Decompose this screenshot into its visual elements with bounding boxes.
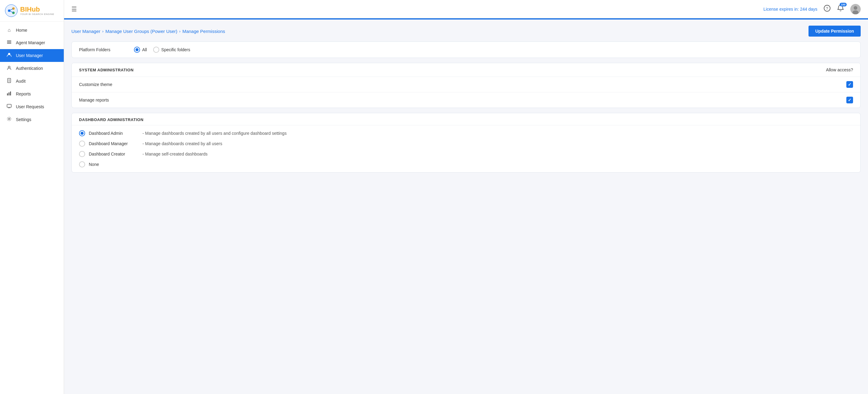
- update-permission-button[interactable]: Update Permission: [808, 26, 861, 37]
- dashboard-options: Dashboard Admin - Manage dashboards crea…: [72, 125, 860, 172]
- svg-rect-8: [7, 43, 11, 43]
- radio-specific-label: Specific folders: [161, 47, 190, 52]
- system-admin-allow: Allow access?: [826, 67, 853, 72]
- dash-option-none-label: None: [89, 162, 137, 167]
- dash-option-none[interactable]: None: [79, 161, 853, 167]
- breadcrumb-sep-1: ›: [102, 29, 103, 34]
- svg-point-19: [8, 118, 10, 120]
- system-admin-row-1: Manage reports ✓: [72, 92, 860, 108]
- logo: BIHub YOUR BI SEARCH ENGINE: [0, 0, 64, 22]
- checkbox-customize-theme[interactable]: ✓: [846, 81, 853, 88]
- system-admin-title: SYSTEM ADMINISTRATION: [79, 68, 134, 72]
- system-admin-row-label-0: Customize theme: [79, 82, 846, 87]
- system-admin-row-0: Customize theme ✓: [72, 77, 860, 92]
- breadcrumb-manage-user-groups[interactable]: Manage User Groups (Power User): [105, 29, 177, 34]
- svg-rect-18: [7, 104, 11, 107]
- check-icon: ✓: [848, 82, 851, 87]
- sidebar-item-settings[interactable]: Settings: [0, 113, 64, 126]
- svg-point-23: [854, 6, 857, 10]
- notifications-button[interactable]: 100: [837, 5, 844, 13]
- sidebar-item-label: User Requests: [16, 104, 44, 109]
- dash-option-admin-desc: - Manage dashboards created by all users…: [143, 131, 286, 136]
- radio-all-circle: [134, 47, 140, 53]
- system-admin-checkbox-1[interactable]: ✓: [846, 97, 853, 103]
- license-text: License expires in: 244 days: [763, 7, 817, 11]
- user-requests-icon: [6, 104, 12, 110]
- dashboard-administration-card: DASHBOARD ADMINISTRATION Dashboard Admin…: [71, 113, 861, 173]
- svg-rect-16: [8, 92, 9, 95]
- checkbox-manage-reports[interactable]: ✓: [846, 97, 853, 103]
- svg-rect-15: [7, 93, 8, 95]
- sidebar-item-home[interactable]: ⌂ Home: [0, 24, 64, 36]
- user-manager-icon: [6, 53, 12, 59]
- system-administration-card: SYSTEM ADMINISTRATION Allow access? Cust…: [71, 63, 861, 108]
- radio-all[interactable]: All: [134, 47, 147, 53]
- dash-radio-creator: [79, 151, 85, 157]
- sidebar-item-user-requests[interactable]: User Requests: [0, 100, 64, 113]
- sidebar-item-label: Agent Manager: [16, 40, 45, 45]
- logo-tagline: YOUR BI SEARCH ENGINE: [20, 13, 54, 16]
- platform-folders-row: Platform Folders All Specific folders: [72, 42, 860, 58]
- svg-point-0: [5, 5, 18, 17]
- dash-option-admin[interactable]: Dashboard Admin - Manage dashboards crea…: [79, 130, 853, 136]
- dash-option-manager-label: Dashboard Manager: [89, 141, 137, 146]
- sidebar-item-label: User Manager: [16, 53, 43, 58]
- platform-folders-label: Platform Folders: [79, 47, 128, 52]
- logo-icon: [5, 4, 18, 17]
- dash-option-creator-desc: - Manage self-created dashboards: [143, 152, 208, 157]
- svg-rect-7: [7, 42, 11, 42]
- main-content: ☰ License expires in: 244 days ? 100 Use…: [64, 0, 868, 394]
- platform-folders-options: All Specific folders: [134, 47, 190, 53]
- sidebar-item-audit[interactable]: Audit: [0, 75, 64, 88]
- sidebar-item-reports[interactable]: Reports: [0, 88, 64, 100]
- dash-radio-none: [79, 161, 85, 167]
- dash-radio-manager: [79, 140, 85, 147]
- svg-text:?: ?: [826, 6, 828, 11]
- breadcrumb-user-manager[interactable]: User Manager: [71, 29, 100, 34]
- system-admin-header: SYSTEM ADMINISTRATION Allow access?: [72, 63, 860, 77]
- sidebar-nav: ⌂ Home Agent Manager User Manager Authen…: [0, 22, 64, 394]
- audit-icon: [6, 78, 12, 84]
- system-admin-row-label-1: Manage reports: [79, 98, 846, 102]
- sidebar-item-label: Authentication: [16, 66, 43, 71]
- system-admin-checkbox-0[interactable]: ✓: [846, 81, 853, 88]
- breadcrumb: User Manager › Manage User Groups (Power…: [71, 29, 225, 34]
- breadcrumb-bar: User Manager › Manage User Groups (Power…: [71, 20, 861, 41]
- help-button[interactable]: ?: [824, 5, 831, 13]
- hamburger-icon[interactable]: ☰: [71, 5, 77, 13]
- avatar[interactable]: [850, 4, 861, 14]
- svg-rect-17: [10, 92, 11, 95]
- dashboard-admin-title: DASHBOARD ADMINISTRATION: [72, 113, 860, 125]
- sidebar-item-agent-manager[interactable]: Agent Manager: [0, 36, 64, 49]
- dash-option-admin-label: Dashboard Admin: [89, 131, 137, 136]
- reports-icon: [6, 91, 12, 97]
- sidebar-item-authentication[interactable]: Authentication: [0, 62, 64, 75]
- check-icon-2: ✓: [848, 98, 851, 102]
- dash-option-creator-label: Dashboard Creator: [89, 152, 137, 157]
- sidebar-item-label: Audit: [16, 79, 26, 84]
- platform-folders-card: Platform Folders All Specific folders: [71, 41, 861, 58]
- radio-specific[interactable]: Specific folders: [153, 47, 190, 53]
- sidebar-item-user-manager[interactable]: User Manager: [0, 49, 64, 62]
- dash-option-manager-desc: - Manage dashboards created by all users: [143, 141, 222, 146]
- sidebar-item-label: Home: [16, 28, 27, 33]
- home-icon: ⌂: [6, 28, 12, 33]
- radio-specific-circle: [153, 47, 159, 53]
- settings-icon: [6, 117, 12, 123]
- dash-option-manager[interactable]: Dashboard Manager - Manage dashboards cr…: [79, 140, 853, 147]
- authentication-icon: [6, 65, 12, 71]
- sidebar-item-label: Reports: [16, 92, 31, 96]
- logo-text: BIHub YOUR BI SEARCH ENGINE: [20, 6, 54, 16]
- sidebar-item-label: Settings: [16, 117, 31, 122]
- radio-all-label: All: [142, 47, 147, 52]
- svg-rect-6: [7, 40, 11, 41]
- agent-manager-icon: [6, 40, 12, 46]
- breadcrumb-manage-permissions[interactable]: Manage Permissions: [182, 29, 225, 34]
- svg-point-10: [8, 66, 10, 68]
- notification-badge: 100: [840, 3, 847, 6]
- page-content: User Manager › Manage User Groups (Power…: [64, 20, 868, 394]
- logo-name: BIHub: [20, 6, 54, 13]
- dash-radio-admin: [79, 130, 85, 136]
- dash-option-creator[interactable]: Dashboard Creator - Manage self-created …: [79, 151, 853, 157]
- header-right: License expires in: 244 days ? 100: [763, 4, 861, 14]
